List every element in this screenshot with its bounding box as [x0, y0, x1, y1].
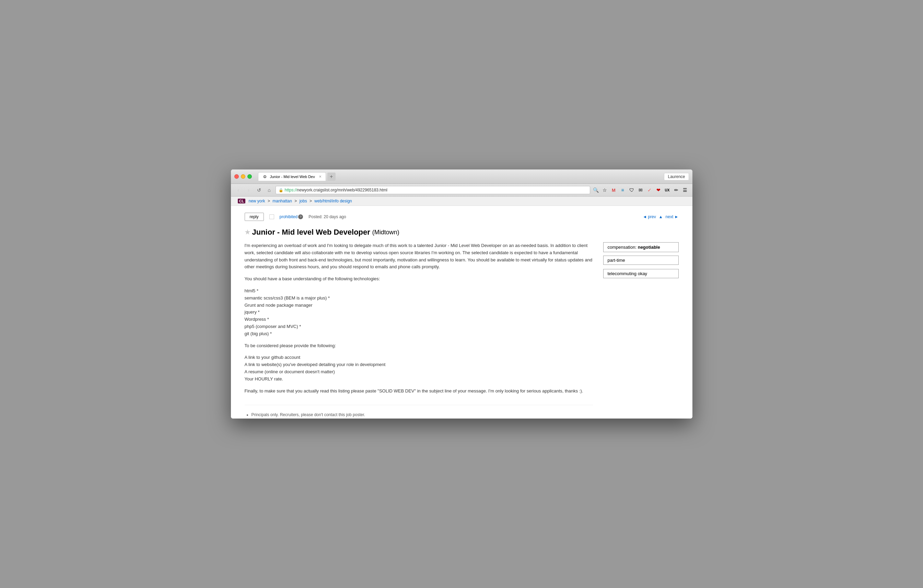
main-layout: I'm experiencing an overload of work and… [245, 242, 679, 419]
tab-bar: ☮ Junior - Mid level Web Dev × + [258, 172, 662, 181]
minimize-button[interactable] [241, 174, 245, 179]
post-title-text: Junior - Mid level Web Developer [252, 228, 370, 237]
shield-icon[interactable]: 🛡 [628, 186, 636, 194]
new-tab-button[interactable]: + [327, 172, 335, 181]
body-paragraph-3: html5 * semantic scss/css3 (BEM is a maj… [245, 287, 593, 338]
breadcrumb-section[interactable]: jobs [299, 199, 307, 204]
tab-close-icon[interactable]: × [319, 174, 322, 179]
body-paragraph-6: Finally, to make sure that you actually … [245, 388, 593, 395]
body-paragraph-2: You should have a base understanding of … [245, 276, 593, 283]
title-bar: ☮ Junior - Mid level Web Dev × + Laurenc… [231, 169, 692, 184]
extension-icon[interactable]: ✏ [673, 186, 680, 194]
gmail-icon[interactable]: M [610, 186, 618, 194]
prev-link[interactable]: ◄ prev [643, 214, 656, 219]
prohibited-checkbox [269, 214, 274, 219]
sidebar-tags: part-time telecommuting okay [603, 256, 679, 280]
active-tab[interactable]: ☮ Junior - Mid level Web Dev × [258, 172, 326, 181]
compensation-label: compensation: [608, 245, 637, 250]
cl-logo[interactable]: CL [238, 199, 246, 204]
close-button[interactable] [234, 174, 239, 179]
refresh-button[interactable]: ↺ [255, 186, 263, 194]
address-bar[interactable]: 🔒 https://newyork.craigslist.org/mnh/web… [276, 186, 590, 194]
tag-part-time: part-time [603, 256, 679, 265]
ux-icon[interactable]: UX [664, 186, 671, 194]
post-nav-links: ◄ prev ▲ next ► [643, 214, 678, 219]
home-button[interactable]: ⌂ [265, 186, 273, 194]
search-icon[interactable]: 🔍 [592, 186, 600, 194]
prohibited-badge: ? [298, 214, 303, 219]
stack-icon[interactable]: ≡ [619, 186, 627, 194]
compensation-value: negotiable [638, 245, 660, 250]
browser-window: ☮ Junior - Mid level Web Dev × + Laurenc… [231, 169, 692, 419]
mail-icon[interactable]: ✉ [637, 186, 644, 194]
separator-1: > [268, 199, 271, 204]
separator-3: > [309, 199, 313, 204]
check-icon[interactable]: ✓ [646, 186, 653, 194]
tag-telecommuting: telecommuting okay [603, 269, 679, 278]
compensation-box: compensation: negotiable [603, 242, 679, 252]
forward-button[interactable]: › [245, 186, 253, 194]
next-link[interactable]: next ► [666, 214, 679, 219]
maximize-button[interactable] [247, 174, 252, 179]
url-text: https://newyork.craigslist.org/mnh/web/4… [285, 188, 388, 192]
body-paragraph-4: To be considered please provide the foll… [245, 342, 593, 350]
post-sidebar: compensation: negotiable part-time telec… [603, 242, 679, 419]
breadcrumb-borough[interactable]: manhattan [273, 199, 292, 204]
post-body: I'm experiencing an overload of work and… [245, 242, 593, 419]
menu-icon[interactable]: ☰ [682, 186, 689, 194]
post-date: Posted: 20 days ago [309, 214, 346, 219]
breadcrumb-category[interactable]: web/html/info design [314, 199, 352, 204]
reply-button[interactable]: reply [245, 213, 264, 221]
https-label: https:// [285, 188, 297, 192]
posting-footer: Principals only. Recruiters, please don'… [245, 405, 593, 419]
pinterest-icon[interactable]: ❤ [655, 186, 662, 194]
footer-list: Principals only. Recruiters, please don'… [245, 411, 593, 419]
url-domain: newyork.craigslist.org/mnh/web/492296518… [297, 188, 388, 192]
post-actions-bar: reply prohibited ? Posted: 20 days ago ◄… [245, 213, 679, 221]
prohibited-link[interactable]: prohibited ? [280, 214, 303, 219]
tab-favicon-icon: ☮ [263, 174, 267, 179]
body-paragraph-1: I'm experiencing an overload of work and… [245, 242, 593, 271]
post-title-row: ★ Junior - Mid level Web Developer (Midt… [245, 228, 679, 237]
nav-bar: ‹ › ↺ ⌂ 🔒 https://newyork.craigslist.org… [231, 184, 692, 197]
up-link[interactable]: ▲ [659, 214, 663, 219]
post-location: (Midtown) [372, 229, 399, 236]
window-controls [234, 174, 252, 179]
toolbar-icons: 🔍 ☆ M ≡ 🛡 ✉ ✓ ❤ UX ✏ ☰ [592, 186, 689, 194]
footer-item-1: Principals only. Recruiters, please don'… [251, 411, 593, 419]
breadcrumb-city[interactable]: new york [249, 199, 265, 204]
tab-title: Junior - Mid level Web Dev [270, 175, 315, 179]
prohibited-label: prohibited [280, 214, 298, 219]
bookmark-icon[interactable]: ☆ [601, 186, 609, 194]
body-paragraph-5: A link to your github account A link to … [245, 354, 593, 383]
page-content: reply prohibited ? Posted: 20 days ago ◄… [231, 206, 692, 419]
page-scroll-container[interactable]: reply prohibited ? Posted: 20 days ago ◄… [231, 206, 692, 419]
star-icon[interactable]: ★ [245, 228, 250, 236]
back-button[interactable]: ‹ [234, 186, 243, 194]
breadcrumb: CL new york > manhattan > jobs > web/htm… [231, 197, 692, 206]
ssl-lock-icon: 🔒 [279, 188, 283, 192]
user-profile[interactable]: Laurence [664, 173, 689, 181]
separator-2: > [294, 199, 298, 204]
